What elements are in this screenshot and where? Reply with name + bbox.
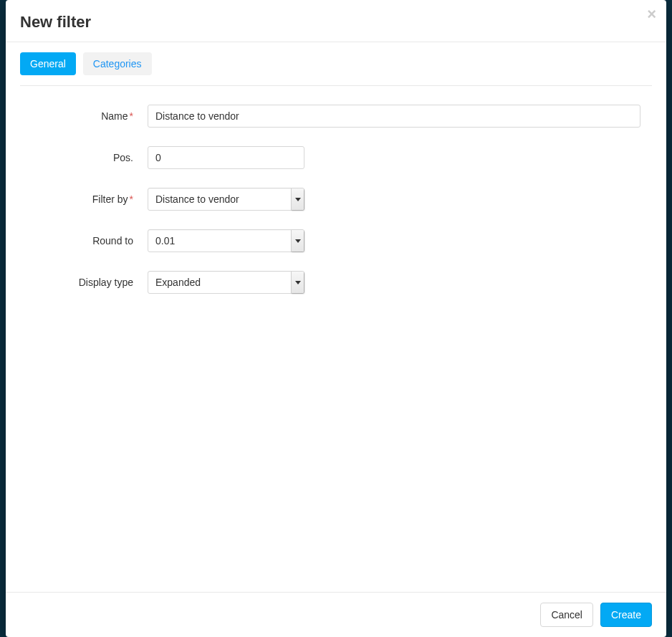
display-type-select[interactable]: Expanded — [148, 271, 304, 294]
row-round-to: Round to 0.01 — [20, 229, 652, 252]
cancel-button[interactable]: Cancel — [540, 603, 593, 627]
label-name: Name* — [20, 110, 148, 122]
tab-categories[interactable]: Categories — [83, 52, 152, 75]
row-display-type: Display type Expanded — [20, 271, 652, 294]
round-to-select[interactable]: 0.01 — [148, 229, 304, 252]
new-filter-modal: New filter × General Categories Name* Po… — [6, 0, 666, 637]
display-type-display: Expanded — [148, 271, 304, 294]
row-filter-by: Filter by* Distance to vendor — [20, 188, 652, 211]
filter-by-display: Distance to vendor — [148, 188, 304, 211]
modal-body: General Categories Name* Pos. Filter by* — [6, 42, 666, 592]
label-name-text: Name — [101, 110, 128, 122]
required-star: * — [130, 193, 133, 205]
label-round-to: Round to — [20, 235, 148, 246]
form-area: Name* Pos. Filter by* Distance to vendor — [20, 86, 652, 294]
label-pos-text: Pos. — [113, 152, 133, 163]
label-filter-by: Filter by* — [20, 193, 148, 205]
tab-row: General Categories — [20, 42, 652, 86]
pos-input[interactable] — [148, 146, 304, 169]
modal-title: New filter — [20, 13, 91, 32]
label-pos: Pos. — [20, 152, 148, 163]
label-filter-by-text: Filter by — [92, 193, 128, 205]
filter-by-select[interactable]: Distance to vendor — [148, 188, 304, 211]
label-display-type: Display type — [20, 277, 148, 288]
create-button[interactable]: Create — [600, 603, 652, 627]
modal-header: New filter × — [6, 0, 666, 42]
row-name: Name* — [20, 105, 652, 128]
close-icon[interactable]: × — [647, 9, 656, 20]
required-star: * — [130, 110, 133, 122]
label-display-type-text: Display type — [79, 277, 133, 288]
row-pos: Pos. — [20, 146, 652, 169]
name-input[interactable] — [148, 105, 640, 128]
label-round-to-text: Round to — [92, 235, 133, 246]
modal-footer: Cancel Create — [6, 592, 666, 637]
tab-general[interactable]: General — [20, 52, 76, 75]
round-to-display: 0.01 — [148, 229, 304, 252]
